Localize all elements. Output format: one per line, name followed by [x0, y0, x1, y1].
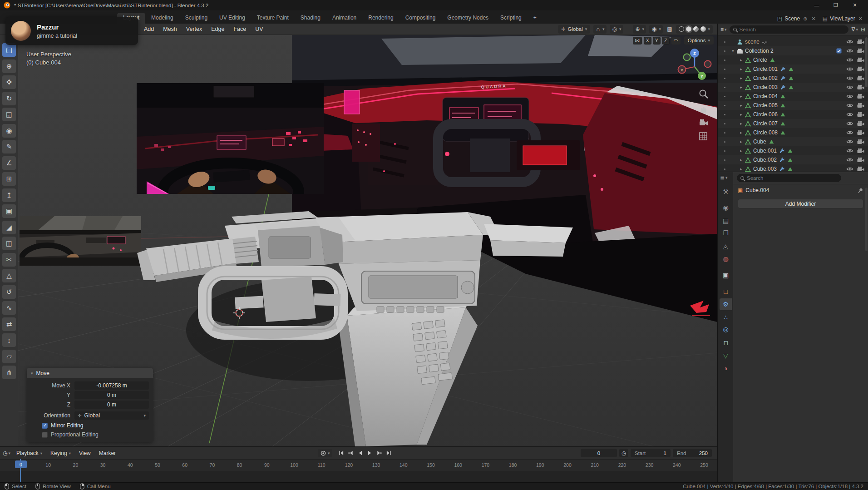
scene-unlink-icon[interactable]: ✕: [810, 16, 816, 22]
hide-in-viewport-icon[interactable]: [846, 157, 853, 163]
outliner-row-scene[interactable]: scene: [718, 37, 868, 46]
workspace-tab-compositing[interactable]: Compositing: [399, 13, 442, 24]
disclosure-collapsed-icon[interactable]: ▸: [738, 139, 745, 144]
disable-in-renders-icon[interactable]: [857, 130, 864, 135]
hide-in-viewport-icon[interactable]: [846, 39, 853, 45]
outliner-row-cube[interactable]: ▸Cube: [718, 137, 868, 146]
tool-smooth[interactable]: ∿: [2, 301, 16, 315]
auto-key-record-icon[interactable]: [320, 450, 326, 456]
outliner-row-circle-004[interactable]: ▸Circle.004: [718, 92, 868, 101]
pin-icon[interactable]: [858, 188, 863, 193]
disable-in-renders-icon[interactable]: [857, 103, 864, 108]
disclosure-expanded-icon[interactable]: ▾: [730, 49, 736, 53]
disable-in-renders-icon[interactable]: [857, 75, 864, 81]
workspace-tab-texture-paint[interactable]: Texture Paint: [251, 13, 295, 24]
outliner-search-input[interactable]: [740, 27, 845, 32]
material-preview-icon[interactable]: [693, 26, 699, 32]
timeline-menu-keying[interactable]: Keying▾: [46, 449, 75, 458]
outliner-row-cube-003[interactable]: ▸Cube.003: [718, 164, 868, 172]
mirror-editing-checkbox[interactable]: [42, 423, 48, 429]
tool-loop-cut[interactable]: ◫: [2, 237, 16, 250]
disclosure-collapsed-icon[interactable]: ▸: [738, 167, 745, 171]
properties-tab-particles[interactable]: ∴: [720, 312, 732, 323]
properties-tab-world[interactable]: ◍: [720, 253, 732, 265]
disclosure-collapsed-icon[interactable]: ▸: [738, 148, 745, 153]
tool-transform[interactable]: ◉: [2, 124, 16, 138]
workspace-tab-sculpting[interactable]: Sculpting: [179, 13, 213, 24]
workspace-tab-uv-editing[interactable]: UV Editing: [213, 13, 251, 24]
viewport-menu-vertex[interactable]: Vertex: [182, 25, 206, 34]
hide-in-viewport-icon[interactable]: [846, 84, 853, 90]
outliner-editor-icon[interactable]: ≡▾: [720, 26, 727, 33]
disable-in-renders-icon[interactable]: [857, 57, 864, 63]
viewport-menu-add[interactable]: Add: [140, 25, 158, 34]
properties-tab-tool[interactable]: ⚒: [720, 186, 732, 198]
properties-tab-material[interactable]: ◑: [720, 362, 732, 374]
gizmo-dropdown[interactable]: ▾: [642, 27, 645, 31]
orientation-dropdown[interactable]: ✛ Global ▾: [74, 411, 149, 420]
overlays-icon[interactable]: ◉: [651, 26, 657, 32]
hide-in-viewport-icon[interactable]: [846, 94, 853, 99]
hide-in-viewport-icon[interactable]: [846, 48, 853, 54]
disclosure-collapsed-icon[interactable]: ▸: [738, 112, 745, 117]
workspace-tab-tab[interactable]: +: [528, 13, 542, 24]
disable-in-renders-icon[interactable]: [857, 112, 864, 117]
disclosure-collapsed-icon[interactable]: ▸: [738, 130, 745, 135]
viewlayer-selector[interactable]: ViewLayer: [830, 15, 855, 22]
options-dropdown[interactable]: Options ▾: [684, 36, 714, 45]
disclosure-collapsed-icon[interactable]: ▸: [738, 76, 745, 80]
hide-in-viewport-icon[interactable]: [846, 57, 853, 63]
viewport-3d-canvas[interactable]: QUADRA: [18, 35, 717, 446]
outliner-scrollbar[interactable]: [865, 37, 868, 87]
properties-tab-view-layer[interactable]: ❐: [720, 227, 732, 239]
mirror-icon[interactable]: ⋈: [633, 37, 642, 45]
outliner-row-circle-003[interactable]: ▸Circle.003: [718, 83, 868, 92]
outliner-row-circle-007[interactable]: ▸Circle.007: [718, 119, 868, 128]
disable-in-renders-icon[interactable]: [857, 121, 864, 126]
mirror-axis-toggle-x[interactable]: X: [644, 37, 651, 45]
filter-icon[interactable]: ∇▾: [851, 26, 858, 33]
hide-in-viewport-icon[interactable]: [846, 148, 853, 153]
solid-shading-icon[interactable]: [686, 26, 691, 32]
breadcrumb-object-name[interactable]: Cube.004: [745, 187, 769, 193]
timeline-tracks[interactable]: [0, 471, 717, 482]
outliner-row-cube-001[interactable]: ▸Cube.001: [718, 146, 868, 155]
tool-shrink-fatten[interactable]: ↕: [2, 333, 16, 347]
exclude-checkbox[interactable]: [835, 48, 843, 54]
workspace-tab-rendering[interactable]: Rendering: [362, 13, 399, 24]
outliner-search[interactable]: [730, 25, 849, 34]
hide-in-viewport-icon[interactable]: [846, 121, 853, 126]
disclosure-collapsed-icon[interactable]: ▸: [738, 94, 745, 99]
view-gizmo[interactable]: Z Y X: [675, 46, 713, 84]
tool-shear[interactable]: ▱: [2, 350, 16, 363]
disable-in-renders-icon[interactable]: [857, 148, 864, 153]
hide-in-viewport-icon[interactable]: [846, 66, 853, 72]
prev-keyframe-button[interactable]: [346, 449, 355, 457]
tool-knife[interactable]: ✂: [2, 253, 16, 267]
shading-dropdown[interactable]: ▾: [708, 27, 710, 31]
orthographic-toggle-icon[interactable]: [698, 131, 709, 142]
play-button[interactable]: [365, 449, 375, 457]
disable-in-renders-icon[interactable]: [857, 94, 864, 99]
show-gizmo-icon[interactable]: ⊕: [635, 26, 641, 32]
move-panel-header[interactable]: ▾ Move: [27, 368, 153, 378]
properties-search-input[interactable]: [747, 175, 838, 181]
viewport-menu-uv[interactable]: UV: [251, 25, 267, 34]
scene-new-icon[interactable]: ⊕: [802, 16, 808, 22]
disable-in-renders-icon[interactable]: [857, 157, 864, 163]
proportional-editing-icon[interactable]: ◎: [612, 26, 618, 32]
tool-scale[interactable]: ◱: [2, 108, 16, 121]
new-collection-icon[interactable]: ⊞: [861, 26, 865, 33]
transform-orientation-dropdown[interactable]: ✛ Global ▾: [558, 25, 590, 34]
tool-rotate[interactable]: ↻: [2, 92, 16, 105]
properties-tab-physics[interactable]: ◎: [720, 323, 732, 335]
proportional-editing-checkbox[interactable]: [42, 432, 48, 438]
outliner-row-circle-006[interactable]: ▸Circle.006: [718, 110, 868, 119]
maximize-button[interactable]: ❐: [826, 0, 845, 10]
jump-start-button[interactable]: [337, 449, 346, 457]
playhead[interactable]: 0: [15, 460, 27, 468]
tool-poly-build[interactable]: △: [2, 269, 16, 282]
viewport-menu-face[interactable]: Face: [229, 25, 250, 34]
outliner-row-circle-005[interactable]: ▸Circle.005: [718, 101, 868, 110]
disclosure-collapsed-icon[interactable]: ▸: [738, 58, 745, 62]
